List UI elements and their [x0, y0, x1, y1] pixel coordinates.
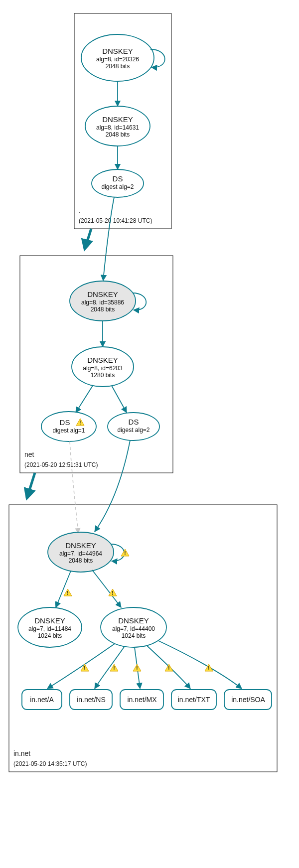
- rrset-a: in.net/A: [22, 690, 62, 710]
- node-innet-zsk1: DNSKEY alg=7, id=11484 1024 bits: [18, 607, 82, 647]
- edge-innetksk-zsk1: [56, 571, 71, 607]
- svg-point-9: [41, 412, 96, 441]
- edge-deleg-root-net: [85, 229, 91, 249]
- rrset-mx: in.net/MX: [120, 690, 163, 710]
- zone-innet-name: in.net: [13, 749, 30, 757]
- innet-zsk2-title: DNSKEY: [118, 616, 149, 625]
- edge-zsk2-ns: [95, 646, 125, 689]
- node-root-zsk: DNSKEY alg=8, id=14631 2048 bits: [85, 106, 150, 146]
- svg-text:!: !: [208, 666, 209, 671]
- edge-deleg-net-innet: [27, 473, 35, 498]
- net-zsk-l2: alg=8, id=6203: [83, 365, 123, 372]
- innet-zsk1-title: DNSKEY: [34, 616, 65, 625]
- svg-text:!: !: [79, 420, 81, 426]
- root-ksk-l3: 2048 bits: [106, 63, 130, 70]
- zone-innet-ts: (2021-05-20 14:35:17 UTC): [13, 760, 87, 767]
- innet-ksk-l2: alg=7, id=44964: [59, 550, 102, 557]
- root-ksk-title: DNSKEY: [102, 47, 133, 55]
- edge-rootds-netksk: [103, 197, 114, 281]
- node-root-ksk: DNSKEY alg=8, id=20326 2048 bits: [81, 34, 154, 81]
- svg-text:!: !: [136, 666, 138, 671]
- rrset-mx-label: in.net/MX: [127, 696, 157, 704]
- net-zsk-l3: 1280 bits: [91, 372, 115, 379]
- net-ds1-l2: digest alg=1: [52, 427, 85, 434]
- node-root-ds: DS digest alg=2: [92, 169, 144, 197]
- edge-netzsk-ds1: [76, 386, 93, 413]
- svg-text:!: !: [84, 666, 85, 671]
- root-ksk-l2: alg=8, id=20326: [96, 56, 139, 63]
- root-zsk-l2: alg=8, id=14631: [96, 124, 139, 131]
- net-ksk-l3: 2048 bits: [91, 306, 115, 313]
- edge-zsk2-a: [47, 644, 115, 689]
- zone-root-ts: (2021-05-20 10:41:28 UTC): [79, 217, 152, 224]
- zone-net-ts: (2021-05-20 12:51:31 UTC): [24, 461, 98, 468]
- innet-zsk1-l3: 1024 bits: [38, 632, 62, 639]
- node-net-ds2: DS digest alg=2: [108, 413, 159, 440]
- rrset-txt-label: in.net/TXT: [178, 696, 210, 704]
- root-ds-title: DS: [113, 174, 123, 183]
- innet-ksk-title: DNSKEY: [65, 541, 96, 550]
- edge-ds2-innetksk: [95, 440, 130, 532]
- net-ksk-title: DNSKEY: [87, 290, 118, 298]
- edge-netzsk-ds2: [112, 386, 127, 413]
- svg-text:!: !: [67, 590, 68, 596]
- edge-zsk2-soa: [158, 641, 242, 689]
- warning-icon: !: [121, 549, 129, 556]
- warning-icon: !: [64, 589, 72, 596]
- svg-text:!: !: [112, 590, 113, 596]
- edge-ds1-innetksk: [70, 441, 78, 533]
- warning-icon: !: [133, 664, 141, 671]
- svg-text:!: !: [168, 666, 169, 671]
- rrset-soa: in.net/SOA: [224, 690, 272, 710]
- root-zsk-title: DNSKEY: [102, 115, 133, 124]
- rrset-a-label: in.net/A: [30, 696, 54, 704]
- root-ds-l2: digest alg=2: [101, 183, 134, 190]
- warning-icon: !: [81, 664, 89, 671]
- zone-net-name: net: [24, 450, 34, 458]
- innet-zsk1-l2: alg=7, id=11484: [28, 625, 71, 632]
- rrset-ns: in.net/NS: [70, 690, 112, 710]
- innet-zsk2-l3: 1024 bits: [122, 632, 146, 639]
- innet-zsk2-l2: alg=7, id=44400: [112, 625, 155, 632]
- rrset-ns-label: in.net/NS: [77, 696, 106, 704]
- node-net-ds1: DS digest alg=1 !: [41, 412, 96, 441]
- net-ds1-title: DS: [60, 418, 70, 427]
- root-zsk-l3: 2048 bits: [106, 131, 130, 138]
- net-ksk-l2: alg=8, id=35886: [81, 299, 124, 306]
- svg-text:!: !: [124, 551, 126, 556]
- rrset-soa-label: in.net/SOA: [231, 696, 265, 704]
- zone-root-name: .: [79, 206, 81, 214]
- svg-text:!: !: [113, 666, 115, 671]
- net-zsk-title: DNSKEY: [87, 356, 118, 364]
- net-ds2-l2: digest alg=2: [117, 427, 150, 434]
- node-innet-ksk: DNSKEY alg=7, id=44964 2048 bits: [48, 532, 114, 572]
- node-innet-zsk2: DNSKEY alg=7, id=44400 1024 bits: [101, 607, 166, 647]
- edge-innetksk-zsk2: [92, 570, 121, 607]
- innet-ksk-l3: 2048 bits: [69, 557, 93, 564]
- node-net-zsk: DNSKEY alg=8, id=6203 1280 bits: [72, 347, 134, 387]
- net-ds2-title: DS: [129, 418, 139, 426]
- warning-icon: !: [165, 664, 173, 671]
- node-net-ksk: DNSKEY alg=8, id=35886 2048 bits: [70, 281, 136, 321]
- rrset-txt: in.net/TXT: [171, 690, 216, 710]
